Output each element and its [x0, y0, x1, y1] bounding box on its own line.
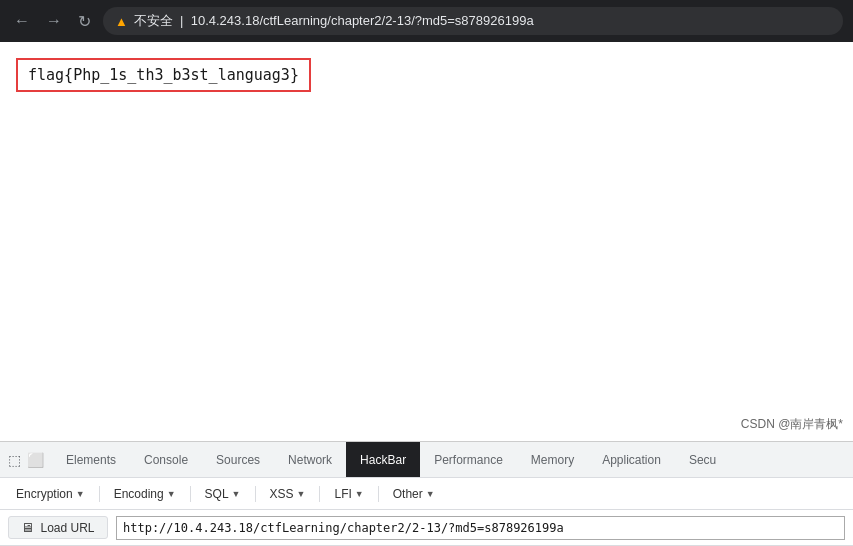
divider-3 [255, 486, 256, 502]
tab-sources[interactable]: Sources [202, 442, 274, 477]
tab-memory[interactable]: Memory [517, 442, 588, 477]
encryption-menu[interactable]: Encryption ▼ [8, 485, 93, 503]
divider-1 [99, 486, 100, 502]
other-menu[interactable]: Other ▼ [385, 485, 443, 503]
cursor-icon[interactable]: ⬚ [8, 452, 21, 468]
devtools-icons: ⬚ ⬜ [0, 442, 52, 477]
divider-2 [190, 486, 191, 502]
inspector-icon[interactable]: ⬜ [27, 452, 44, 468]
load-url-label: Load URL [40, 521, 94, 535]
browser-chrome: ← → ↻ ▲ 不安全 | 10.4.243.18/ctfLearning/ch… [0, 0, 853, 42]
load-url-button[interactable]: 🖥 Load URL [8, 516, 108, 539]
flag-box: flag{Php_1s_th3_b3st_languag3} [16, 58, 311, 92]
encoding-arrow: ▼ [167, 489, 176, 499]
divider-5 [378, 486, 379, 502]
xss-label: XSS [270, 487, 294, 501]
xss-menu[interactable]: XSS ▼ [262, 485, 314, 503]
back-button[interactable]: ← [10, 8, 34, 34]
tab-elements[interactable]: Elements [52, 442, 130, 477]
tab-network[interactable]: Network [274, 442, 346, 477]
tab-hackbar[interactable]: HackBar [346, 442, 420, 477]
lfi-label: LFI [334, 487, 351, 501]
encryption-label: Encryption [16, 487, 73, 501]
watermark: CSDN @南岸青枫* [741, 416, 843, 433]
tab-application[interactable]: Application [588, 442, 675, 477]
other-arrow: ▼ [426, 489, 435, 499]
tab-console[interactable]: Console [130, 442, 202, 477]
lfi-menu[interactable]: LFI ▼ [326, 485, 371, 503]
address-text: 不安全 | 10.4.243.18/ctfLearning/chapter2/2… [134, 12, 534, 30]
sql-arrow: ▼ [232, 489, 241, 499]
encryption-arrow: ▼ [76, 489, 85, 499]
lfi-arrow: ▼ [355, 489, 364, 499]
tab-security[interactable]: Secu [675, 442, 730, 477]
page-content: flag{Php_1s_th3_b3st_languag3} CSDN @南岸青… [0, 42, 853, 441]
divider-4 [319, 486, 320, 502]
devtools-panel: ⬚ ⬜ Elements Console Sources Network Hac… [0, 441, 853, 546]
devtools-tabs: ⬚ ⬜ Elements Console Sources Network Hac… [0, 442, 853, 478]
load-url-icon: 🖥 [21, 520, 34, 535]
tab-performance[interactable]: Performance [420, 442, 517, 477]
flag-text: flag{Php_1s_th3_b3st_languag3} [28, 66, 299, 84]
encoding-label: Encoding [114, 487, 164, 501]
hackbar-toolbar: Encryption ▼ Encoding ▼ SQL ▼ XSS ▼ LFI … [0, 478, 853, 510]
hackbar-url-row: 🖥 Load URL [0, 510, 853, 546]
security-icon: ▲ [115, 14, 128, 29]
forward-button[interactable]: → [42, 8, 66, 34]
url-input[interactable] [116, 516, 845, 540]
sql-menu[interactable]: SQL ▼ [197, 485, 249, 503]
other-label: Other [393, 487, 423, 501]
sql-label: SQL [205, 487, 229, 501]
refresh-button[interactable]: ↻ [74, 8, 95, 35]
address-bar[interactable]: ▲ 不安全 | 10.4.243.18/ctfLearning/chapter2… [103, 7, 843, 35]
xss-arrow: ▼ [297, 489, 306, 499]
encoding-menu[interactable]: Encoding ▼ [106, 485, 184, 503]
